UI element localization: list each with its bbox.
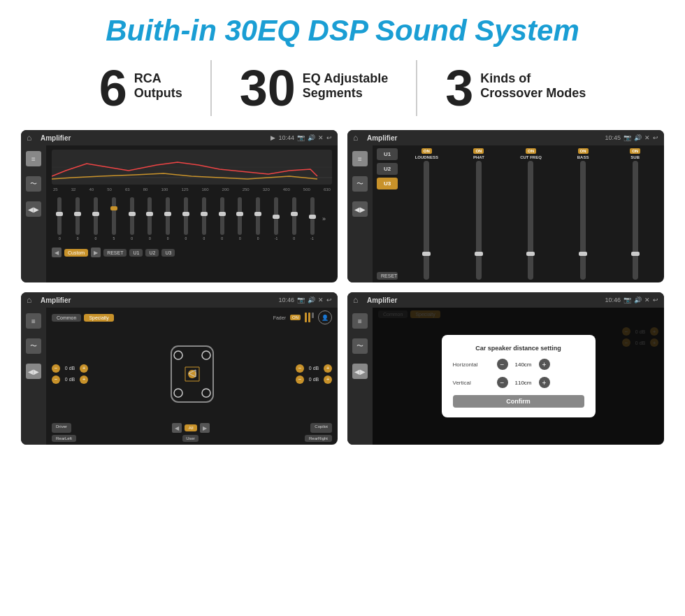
svg-point-6 [202,389,210,397]
eq-icon-3[interactable]: ≡ [26,313,41,329]
spk-driver-btn[interactable]: Driver [52,423,71,433]
horizontal-plus-btn[interactable]: + [539,359,550,370]
speaker-prev-btn[interactable]: ◀ [172,423,182,433]
eq-slider-3: 5 [106,197,122,241]
fader-sliders [305,313,314,322]
cutfreq-on[interactable]: ON [526,148,536,154]
eq-more-btn[interactable]: » [322,197,332,241]
phat-slider[interactable] [476,161,482,280]
screen2-topbar-icons: 10:45 📷 🔊 ✕ ↩ [605,134,658,141]
eq-track-8[interactable] [202,197,206,235]
eq-custom-btn[interactable]: Custom [64,249,88,257]
vol-minus-br[interactable]: − [296,375,304,384]
eq-track-11[interactable] [256,197,260,235]
eq-track-6[interactable] [166,197,170,235]
confirm-button[interactable]: Confirm [453,395,584,408]
stat-crossover: 3 Kinds of Crossover Modes [417,63,614,113]
speaker-buttons-row: Driver ◀ All ▶ Copilot [52,423,332,433]
vol-plus-tl[interactable]: + [80,364,88,373]
eq-track-3[interactable] [112,197,116,235]
wave-icon-2[interactable]: 〜 [352,176,368,192]
bass-slider[interactable] [580,161,586,280]
speaker-next-btn[interactable]: ▶ [200,423,210,433]
eq-track-4[interactable] [130,197,134,235]
eq-track-12[interactable] [274,197,278,235]
vol-minus-tr[interactable]: − [296,364,304,373]
screens-grid: ⌂ Amplifier ▶ 10:44 📷 🔊 ✕ ↩ ≡ 〜 ◀▶ [21,130,664,445]
screen4-time: 10:46 [605,296,621,303]
volume-ctrl-icon-2[interactable]: ◀▶ [352,201,368,217]
spk-user-btn[interactable]: User [182,435,199,442]
spk-rearleft-btn[interactable]: RearLeft [52,435,76,442]
back-icon-4: ↩ [653,296,658,303]
loudness-slider[interactable] [424,161,429,280]
eq-slider-7: 0 [178,197,194,241]
eq-track-1[interactable] [75,197,80,235]
amp-channels: ON LOUDNESS ON PHAT [402,148,660,280]
volume-icon-4: 🔊 [634,296,642,303]
sub-label: SUB [630,155,640,159]
eq-reset-btn[interactable]: RESET [103,249,127,257]
home-icon-3[interactable]: ⌂ [27,295,36,305]
home-icon-2[interactable]: ⌂ [353,133,363,143]
eq-graph-svg [52,150,332,185]
eq-track-0[interactable] [57,197,62,235]
vol-minus-tl[interactable]: − [52,364,60,373]
screen4-topbar-icons: 10:46 📷 🔊 ✕ ↩ [605,296,658,303]
amp-preset-u1[interactable]: U1 [377,148,398,160]
volume-icon-3: 🔊 [308,296,315,303]
amp-preset-u3[interactable]: U3 [377,178,398,189]
profile-icon[interactable]: 👤 [318,310,332,324]
stat-number-eq: 30 [240,63,296,113]
sub-slider[interactable] [633,161,638,280]
amp-reset-btn[interactable]: RESET [377,272,398,280]
vertical-minus-btn[interactable]: − [497,377,508,388]
amp-preset-u2[interactable]: U2 [377,163,398,175]
wave-icon-3[interactable]: 〜 [26,338,41,354]
eq-icon[interactable]: ≡ [26,151,41,166]
eq-track-2[interactable] [94,197,98,235]
horizontal-minus-btn[interactable]: − [497,359,508,370]
screen3-sidebar: ≡ 〜 ◀▶ [21,308,46,445]
vol-minus-bl[interactable]: − [52,375,60,384]
eq-track-13[interactable] [292,197,296,235]
loudness-on[interactable]: ON [421,148,432,154]
volume-ctrl-icon-4[interactable]: ◀▶ [352,364,368,379]
eq-track-14[interactable] [310,197,315,235]
spk-copilot-btn[interactable]: Copilot [310,423,332,433]
sub-on[interactable]: ON [630,148,640,154]
eq-u2-btn[interactable]: U2 [145,249,159,257]
eq-track-9[interactable] [220,197,224,235]
vol-plus-bl[interactable]: + [80,375,88,384]
eq-track-10[interactable] [238,197,242,235]
freq-160: 160 [202,187,209,192]
eq-track-5[interactable] [147,197,152,235]
volume-ctrl-icon[interactable]: ◀▶ [26,201,41,217]
eq-u3-btn[interactable]: U3 [161,249,175,257]
tab-specialty-3[interactable]: Specialty [84,314,113,322]
wave-icon[interactable]: 〜 [26,176,41,192]
volume-ctrl-icon-3[interactable]: ◀▶ [26,364,41,379]
eq-next-btn[interactable]: ▶ [91,248,101,257]
home-icon-4[interactable]: ⌂ [353,295,363,305]
freq-400: 400 [283,187,290,192]
distance-dialog: Car speaker distance setting Horizontal … [442,335,596,417]
phat-on[interactable]: ON [473,148,484,154]
fader-on-badge[interactable]: ON [290,315,301,320]
eq-prev-btn[interactable]: ◀ [52,248,62,257]
eq-icon-4[interactable]: ≡ [352,313,368,329]
amp-ch-sub: ON SUB [610,148,660,280]
spk-rearright-btn[interactable]: RearRight [305,435,332,442]
eq-track-7[interactable] [184,197,188,235]
bass-on[interactable]: ON [578,148,589,154]
vol-plus-tr[interactable]: + [324,364,332,373]
eq-icon-2[interactable]: ≡ [352,151,368,166]
spk-all-btn[interactable]: All [185,424,198,431]
vol-plus-br[interactable]: + [324,375,332,384]
home-icon[interactable]: ⌂ [27,133,36,143]
wave-icon-4[interactable]: 〜 [352,338,368,354]
cutfreq-slider[interactable] [528,161,533,280]
eq-u1-btn[interactable]: U1 [129,249,143,257]
vertical-plus-btn[interactable]: + [539,377,550,388]
tab-common-3[interactable]: Common [52,314,81,322]
